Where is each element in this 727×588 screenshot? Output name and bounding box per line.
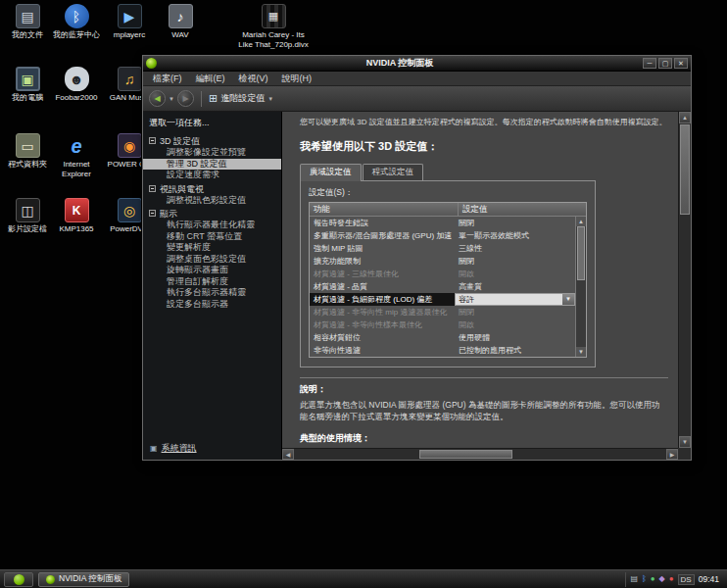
nav-header: 選取一項任務... xyxy=(149,117,275,129)
scroll-down-icon[interactable]: ▼ xyxy=(679,436,691,448)
tab-global-settings[interactable]: 廣域設定值 xyxy=(300,164,362,181)
desktop-icon-label: Internet Explorer xyxy=(53,160,100,178)
nav-item-adjust-desktop-color[interactable]: 調整桌面色彩設定值 xyxy=(143,254,281,266)
graphics-tray-icon[interactable]: ● xyxy=(651,575,655,583)
setting-row[interactable]: 非等向性過濾已控制的應用程式 xyxy=(310,344,575,357)
scrollbar-thumb[interactable] xyxy=(680,124,690,215)
app-icon: ◉ xyxy=(118,133,142,158)
collapse-icon[interactable] xyxy=(149,185,156,192)
description-section: 說明： 此選單方塊包含以 NVIDIA 圖形處理器 (GPU) 為基礎的圖形卡所… xyxy=(300,377,668,448)
desktop-icon-bluetooth[interactable]: ᛒ 我的藍芽中心 xyxy=(53,4,100,40)
nav-item-manage-custom-resolutions[interactable]: 管理自訂解析度 xyxy=(143,276,281,288)
antivirus-tray-icon[interactable]: ● xyxy=(669,575,674,583)
back-button[interactable]: ◀ xyxy=(149,90,166,107)
scroll-right-icon[interactable]: ▶ xyxy=(666,449,678,460)
desktop-icon-wav[interactable]: ♪ WAV xyxy=(157,4,204,40)
view-selector[interactable]: 進階設定值 xyxy=(220,92,265,105)
nav-group-display[interactable]: 顯示 xyxy=(143,208,281,220)
nav-item-change-resolution[interactable]: 變更解析度 xyxy=(143,242,281,254)
setting-row[interactable]: 材質過濾 - 非等向性樣本最佳化開啟 xyxy=(310,318,575,331)
collapse-icon[interactable] xyxy=(149,137,156,144)
table-header: 功能 設定值 xyxy=(310,203,586,217)
display-tray-icon[interactable]: ▤ xyxy=(630,575,638,583)
scroll-up-icon[interactable]: ▲ xyxy=(679,112,691,123)
setting-row[interactable]: 相容材質鉗位使用硬體 xyxy=(310,331,575,344)
scrollbar-thumb[interactable] xyxy=(577,226,585,280)
menu-file[interactable]: 檔案(F) xyxy=(146,73,189,85)
scroll-down-icon[interactable]: ▼ xyxy=(576,347,586,357)
desktop-icon-mplayerc[interactable]: ▶ mplayerc xyxy=(106,4,153,40)
nvidia-logo-icon xyxy=(146,58,157,69)
setting-row[interactable]: 材質過濾 - 三線性最佳化開啟 xyxy=(310,268,575,280)
nav-item-set-speed-requirements[interactable]: 設定速度需求 xyxy=(143,170,281,181)
table-scrollbar[interactable]: ▲ ▼ xyxy=(575,217,586,357)
kmplayer-icon: K xyxy=(65,198,89,222)
desktop-icon-video-profile[interactable]: ◫ 影片設定檔 xyxy=(4,198,51,234)
minimize-button[interactable]: ─ xyxy=(643,58,656,69)
clock[interactable]: 09:41 xyxy=(699,574,719,584)
music-folder-icon: ♫ xyxy=(118,67,142,91)
view-dropdown-icon[interactable]: ▼ xyxy=(267,96,273,102)
task-tree-pane: 選取一項任務... 3D 設定值 調整影像設定並預覽 管理 3D 設定值 設定速… xyxy=(143,112,282,460)
setting-row[interactable]: 強制 MIP 貼圖三線性 xyxy=(310,242,575,255)
nav-item-display-wizard[interactable]: 執行顯示器最佳化精靈 xyxy=(143,220,281,231)
desktop-icon-label: 我的藍芽中心 xyxy=(53,30,100,40)
desktop-icon-label: 影片設定檔 xyxy=(4,224,51,234)
desktop-icon-foobar2000[interactable]: ☻ Foobar2000 xyxy=(53,67,100,103)
desktop-icon-my-computer[interactable]: ▣ 我的電腦 xyxy=(4,67,51,103)
messenger-tray-icon[interactable]: ◆ xyxy=(659,575,665,583)
back-dropdown-icon[interactable]: ▼ xyxy=(169,96,174,102)
setting-row[interactable]: 報告時發生錯誤關閉 xyxy=(310,217,575,229)
description-title: 說明： xyxy=(300,383,668,396)
section-heading: 我希望使用以下 3D 設定值： xyxy=(300,139,668,154)
forward-button[interactable]: ▶ xyxy=(177,90,194,107)
nav-item-move-crt-position[interactable]: 移動 CRT 螢幕位置 xyxy=(143,231,281,243)
menu-help[interactable]: 說明(H) xyxy=(275,73,319,85)
setting-row[interactable]: 材質過濾 - 非等向性 mip 過濾器最佳化關閉 xyxy=(310,306,575,318)
nav-item-setup-multiple-displays[interactable]: 設定多台顯示器 xyxy=(143,299,281,311)
dropdown-arrow-icon[interactable]: ▼ xyxy=(562,294,574,305)
desktop-icon-mariah-video[interactable]: ▦ Mariah Carey - Its Like That_720p.divx xyxy=(238,4,309,49)
media-player-icon: ▶ xyxy=(118,4,142,28)
nav-item-rotate-display[interactable]: 旋轉顯示器畫面 xyxy=(143,265,281,276)
collapse-icon[interactable] xyxy=(149,210,156,217)
bluetooth-tray-icon[interactable]: ᛒ xyxy=(642,575,647,583)
tab-program-settings[interactable]: 程式設定值 xyxy=(363,164,424,180)
nvidia-control-panel-window: NVIDIA 控制面板 ─ ▢ ✕ 檔案(F) 編輯(E) 檢視(V) 說明(H… xyxy=(142,55,692,461)
setting-row[interactable]: 擴充功能限制關閉 xyxy=(310,255,575,268)
nav-group-video-tv[interactable]: 視訊與電視 xyxy=(143,183,281,195)
value-dropdown[interactable]: 容許 ▼ xyxy=(455,293,575,306)
nav-item-adjust-image-settings[interactable]: 調整影像設定並預覽 xyxy=(143,147,281,159)
close-button[interactable]: ✕ xyxy=(674,58,688,69)
nav-item-adjust-video-color[interactable]: 調整視訊色彩設定值 xyxy=(143,195,281,207)
documents-icon: ▤ xyxy=(16,4,40,28)
toolbar: ◀ ▼ ▶ ⊞ 進階設定值 ▼ xyxy=(143,86,691,112)
description-text: 此選單方塊包含以 NVIDIA 圖形處理器 (GPU) 為基礎的圖形卡所能調整的… xyxy=(300,400,664,422)
taskbar-button-nvidia[interactable]: NVIDIA 控制面板 xyxy=(38,572,129,587)
setting-row[interactable]: 多重顯示器/混合圖形處理器 (GPU) 加速單一顯示器效能模式 xyxy=(310,229,575,242)
language-indicator[interactable]: DS xyxy=(678,574,695,585)
menu-view[interactable]: 檢視(V) xyxy=(232,73,275,85)
scroll-up-icon[interactable]: ▲ xyxy=(576,217,586,226)
nav-group-3d-settings[interactable]: 3D 設定值 xyxy=(143,135,281,147)
window-title: NVIDIA 控制面板 xyxy=(157,57,643,70)
setting-row[interactable]: 材質過濾 - 品質高畫質 xyxy=(310,280,575,293)
scrollbar-thumb[interactable] xyxy=(419,450,512,459)
setting-row-selected[interactable]: 材質過濾 - 負細節程度 (LOD) 偏差 容許 ▼ xyxy=(310,293,575,306)
start-button[interactable] xyxy=(4,572,33,587)
desktop-icon-kmp1365[interactable]: K KMP1365 xyxy=(53,198,100,234)
maximize-button[interactable]: ▢ xyxy=(658,58,672,69)
window-titlebar[interactable]: NVIDIA 控制面板 ─ ▢ ✕ xyxy=(143,56,691,72)
nav-item-multi-display-wizard[interactable]: 執行多台顯示器精靈 xyxy=(143,287,281,299)
menu-edit[interactable]: 編輯(E) xyxy=(189,73,232,85)
desktop-icon-program-folder[interactable]: ▭ 程式資料夾 xyxy=(4,133,51,170)
desktop-icon-label: KMP1365 xyxy=(53,224,100,234)
horizontal-scrollbar[interactable]: ◀ ▶ xyxy=(282,448,678,460)
nvidia-icon xyxy=(46,575,55,584)
desktop-icon-my-documents[interactable]: ▤ 我的文件 xyxy=(4,4,51,40)
desktop-icon-internet-explorer[interactable]: e Internet Explorer xyxy=(53,133,100,178)
nav-item-manage-3d-settings[interactable]: 管理 3D 設定值 xyxy=(143,159,281,171)
vertical-scrollbar[interactable]: ▲ ▼ xyxy=(678,112,691,448)
scroll-left-icon[interactable]: ◀ xyxy=(282,449,294,460)
system-info-link[interactable]: ▣ 系統資訊 xyxy=(150,442,197,455)
